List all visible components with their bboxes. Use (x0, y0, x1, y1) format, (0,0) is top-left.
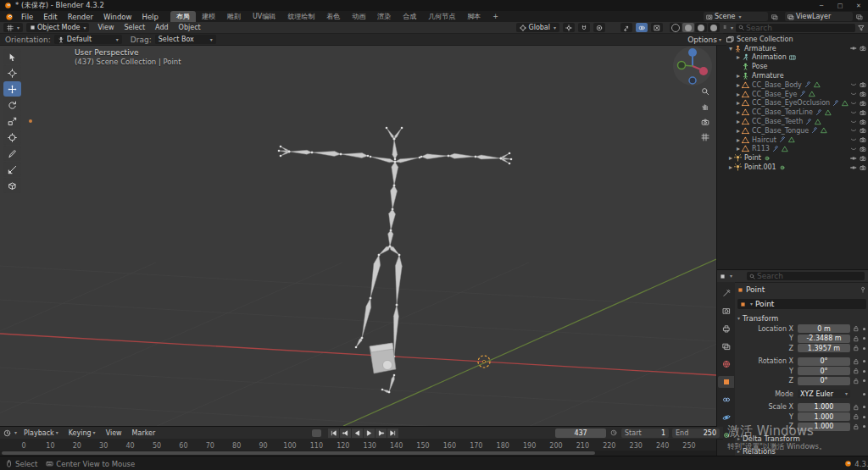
constraints-tab[interactable] (718, 394, 734, 406)
eye-closed-icon[interactable] (850, 100, 857, 107)
output-tab[interactable] (718, 323, 734, 335)
play-button[interactable] (364, 429, 375, 438)
new-scene-icon[interactable] (771, 14, 778, 20)
camera-icon[interactable] (860, 146, 866, 152)
add-cube-tool-button[interactable] (3, 178, 21, 193)
rotate-tool-button[interactable] (3, 97, 21, 113)
lock-icon[interactable] (853, 325, 860, 332)
workspace-tab[interactable]: 纹理绘制 (281, 11, 320, 22)
value-field[interactable]: 0° (798, 367, 850, 375)
camera-icon[interactable] (860, 119, 866, 125)
lock-icon[interactable] (853, 335, 860, 342)
jump-start-button[interactable] (328, 429, 339, 438)
outliner-row[interactable]: ▸Haircut (717, 135, 868, 145)
filter-icon[interactable] (858, 25, 865, 31)
animate-dot[interactable] (863, 370, 865, 373)
workspace-tab[interactable]: 脚本 (461, 11, 487, 22)
outliner-row[interactable]: ▸CC_Base_EyeOcclusion (717, 99, 868, 108)
options-dropdown[interactable]: Options▾ (687, 36, 721, 44)
workspace-tab[interactable]: 建模 (196, 11, 221, 22)
timeline-ruler[interactable]: 0102030405060708090100110120130140150160… (0, 439, 716, 451)
outliner-row[interactable]: ▾Armature (717, 44, 868, 53)
3d-viewport[interactable] (0, 22, 716, 426)
new-view-layer-icon[interactable] (856, 14, 863, 20)
camera-icon[interactable] (860, 45, 866, 52)
current-frame-field[interactable]: 437 (555, 429, 606, 438)
camera-view-icon[interactable] (698, 115, 712, 129)
value-field[interactable]: 0 m (798, 324, 850, 333)
outliner-row[interactable]: ▸CC_Base_Eye (717, 90, 868, 99)
eye-closed-icon[interactable] (850, 81, 857, 88)
outliner-row[interactable]: ▸Armature (717, 71, 868, 80)
lock-icon[interactable] (853, 423, 860, 430)
play-reverse-button[interactable] (352, 429, 363, 438)
eye-closed-icon[interactable] (850, 91, 857, 97)
value-field[interactable]: 1.000 (798, 412, 850, 421)
animate-dot[interactable] (863, 360, 865, 362)
transform-panel-header[interactable]: ▾ Transform (737, 313, 866, 323)
maximize-button[interactable]: □ (831, 0, 849, 11)
workspace-tab[interactable]: 几何节点 (422, 11, 461, 22)
eye-icon[interactable] (850, 164, 857, 171)
camera-icon[interactable] (860, 81, 866, 88)
camera-icon[interactable] (860, 155, 866, 162)
navigation-gizmo[interactable] (670, 44, 714, 88)
object-name-field[interactable]: ▾ Point (737, 299, 866, 309)
value-field[interactable]: -2.3488 m (798, 335, 850, 343)
transform-orientation-dropdown[interactable]: Global ▾ (516, 23, 559, 32)
animate-dot[interactable] (863, 393, 865, 395)
use-preview-range-icon[interactable] (610, 429, 617, 436)
lock-icon[interactable] (853, 404, 860, 411)
pan-icon[interactable] (698, 100, 712, 113)
timeline-menu-keying[interactable]: Keying▾ (64, 428, 101, 439)
properties-search-input[interactable]: Search (747, 272, 865, 280)
menu-help[interactable]: Help (136, 11, 163, 22)
rendered-shading-button[interactable] (708, 23, 720, 32)
eye-closed-icon[interactable] (850, 119, 857, 125)
value-field[interactable]: 1.000 (798, 423, 850, 431)
next-keyframe-button[interactable] (376, 429, 387, 438)
outliner-row[interactable]: Pose (717, 62, 868, 71)
minimize-button[interactable]: ─ (812, 0, 831, 11)
value-field[interactable]: 1.3957 m (798, 344, 850, 352)
pivot-point-button[interactable] (563, 23, 575, 32)
solid-shading-button[interactable] (682, 23, 694, 32)
outliner-row[interactable]: ▸R113 (717, 145, 868, 154)
camera-icon[interactable] (860, 109, 866, 116)
value-field[interactable]: 0° (798, 377, 850, 385)
lock-icon[interactable] (853, 358, 860, 365)
workspace-tab[interactable]: 渲染 (371, 11, 397, 22)
outliner-row[interactable]: ▸Point (717, 153, 868, 163)
camera-icon[interactable] (860, 91, 866, 97)
scale-tool-button[interactable] (3, 113, 21, 129)
annotate-tool-button[interactable] (3, 146, 21, 161)
outliner-row[interactable]: Scene Collection (717, 35, 868, 44)
pin-icon[interactable] (860, 286, 866, 293)
workspace-tab[interactable]: + (487, 11, 504, 22)
world-tab[interactable] (718, 358, 734, 370)
view-layer-tab[interactable] (718, 340, 734, 352)
select-box-tool-button[interactable] (3, 49, 21, 64)
frame-end-field[interactable]: End250 (672, 429, 720, 438)
lock-icon[interactable] (853, 378, 860, 384)
prev-keyframe-button[interactable] (340, 429, 351, 438)
properties-editor-icon[interactable] (720, 274, 726, 279)
animate-dot[interactable] (863, 337, 865, 340)
eye-closed-icon[interactable] (850, 127, 857, 134)
animate-dot[interactable] (863, 425, 865, 428)
viewport-menu-select[interactable]: Select (119, 22, 150, 33)
jump-end-button[interactable] (387, 429, 398, 438)
close-button[interactable]: ✕ (849, 0, 868, 11)
workspace-tab[interactable]: 雕刻 (221, 11, 247, 22)
menu-edit[interactable]: Edit (38, 11, 62, 22)
lock-icon[interactable] (853, 368, 860, 374)
xray-toggle-button[interactable] (651, 23, 663, 32)
viewport-menu-add[interactable]: Add (150, 22, 174, 33)
drag-setting-dropdown[interactable]: Select Box▾ (155, 35, 216, 44)
show-overlays-button[interactable] (636, 23, 648, 32)
value-field[interactable]: 1.000 (798, 403, 850, 412)
tool-tab[interactable] (718, 287, 734, 299)
outliner-row[interactable]: ▸Point.001 (717, 163, 868, 172)
animate-dot[interactable] (863, 416, 865, 418)
frame-start-field[interactable]: Start1 (621, 429, 669, 438)
